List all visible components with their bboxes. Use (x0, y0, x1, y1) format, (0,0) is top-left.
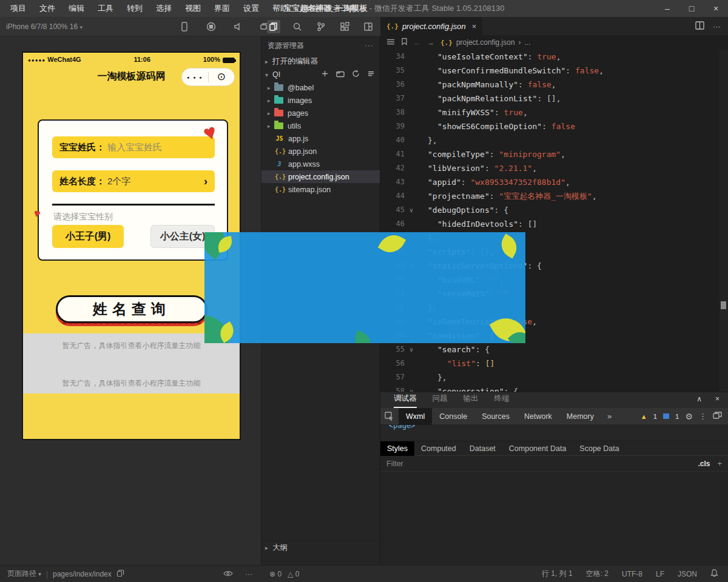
exit-target-icon[interactable]: ⊙ (209, 69, 235, 85)
cursor-position[interactable]: 行 1, 列 1 (542, 569, 573, 579)
refresh-icon[interactable] (352, 70, 360, 79)
menu-item[interactable]: 转到 (121, 3, 148, 14)
more-tabs-icon[interactable]: » (601, 412, 618, 421)
menu-item[interactable]: 视图 (180, 3, 206, 14)
devtools-tab[interactable]: Memory (559, 408, 601, 425)
styles-tab[interactable]: Computed (414, 441, 463, 456)
nav-back-icon[interactable]: ← (414, 38, 421, 47)
devtools-tab[interactable]: Console (432, 408, 474, 425)
indent-setting[interactable]: 空格: 2 (586, 569, 608, 579)
file-item[interactable]: {.}project.config.json (261, 170, 380, 183)
search-icon[interactable] (291, 20, 304, 33)
mute-icon[interactable] (231, 20, 244, 33)
file-item[interactable]: ▸pages (261, 107, 380, 119)
male-button[interactable]: 小王子(男) (52, 225, 124, 248)
panel-collapse-icon[interactable]: ∧ (696, 395, 702, 403)
maximize-button[interactable]: □ (679, 0, 704, 17)
file-item[interactable]: ▸images (261, 94, 380, 107)
menu-item[interactable]: 工具 (92, 3, 119, 14)
scrollbar-thumb[interactable] (721, 301, 726, 309)
debugger-panel-tab[interactable]: 问题 (433, 393, 448, 408)
bookmark-icon[interactable] (401, 38, 408, 47)
minimize-button[interactable]: – (655, 0, 679, 17)
name-query-button[interactable]: 姓名查询 (56, 295, 207, 323)
device-selector[interactable]: iPhone 6/7/8 100% 16 ▾ (0, 22, 83, 31)
styles-tab[interactable]: Styles (380, 441, 414, 456)
dock-icon[interactable] (713, 412, 722, 421)
menu-item[interactable]: 编辑 (63, 3, 90, 14)
file-item[interactable]: ▸utils (261, 119, 380, 132)
close-button[interactable]: × (704, 0, 728, 17)
split-editor-icon[interactable] (695, 21, 704, 32)
open-editors-section[interactable]: ▸打开的编辑器 (261, 55, 380, 68)
eye-icon[interactable] (223, 570, 233, 578)
file-item[interactable]: ▸@babel (261, 81, 380, 94)
wxml-page-node[interactable]: <page> (389, 425, 415, 430)
menu-item[interactable]: 项目 (5, 3, 32, 14)
rotate-device-icon[interactable] (178, 20, 191, 33)
debugger-panel-tab[interactable]: 调试器 (394, 393, 417, 408)
file-item[interactable]: JSapp.js (261, 132, 380, 145)
menu-item[interactable]: 设置 (238, 3, 265, 14)
project-root-folder[interactable]: ▾QI (261, 68, 380, 81)
add-style-icon[interactable]: + (717, 459, 722, 468)
wxml-tree[interactable]: <page> (380, 425, 728, 441)
problems-indicator[interactable]: ⊗ 0 △ 0 (261, 570, 380, 578)
menu-item[interactable]: 界面 (209, 3, 235, 14)
menu-item[interactable]: 选择 (150, 3, 177, 14)
extensions-icon[interactable] (338, 20, 351, 33)
fold-chevron-icon[interactable]: ∨ (405, 203, 418, 217)
styles-tab[interactable]: Scope Data (573, 441, 625, 456)
page-path-value[interactable]: pages/index/index (53, 570, 112, 578)
eol-setting[interactable]: LF (656, 570, 664, 578)
breadcrumb-more[interactable]: ... (525, 38, 531, 47)
list-icon[interactable] (386, 38, 395, 47)
surname-input[interactable]: 宝宝姓氏： 输入宝宝姓氏 (52, 136, 215, 158)
copy-icon[interactable] (116, 569, 124, 579)
devtools-tab[interactable]: Wxml (399, 408, 432, 425)
new-folder-icon[interactable] (336, 70, 345, 79)
editor-scrollbar[interactable] (720, 50, 728, 392)
new-file-icon[interactable] (321, 70, 329, 79)
filter-input[interactable]: Filter (386, 460, 698, 468)
inspect-element-icon[interactable] (380, 412, 399, 421)
debugger-panel-tab[interactable]: 终端 (494, 393, 510, 408)
statusbar-more-icon[interactable]: ··· (245, 570, 252, 578)
fold-chevron-icon[interactable]: ∨ (405, 343, 418, 356)
file-item[interactable]: 3app.wxss (261, 158, 380, 170)
devtools-tab[interactable]: Network (517, 408, 559, 425)
devtools-tab[interactable]: Sources (474, 408, 517, 425)
devtools-more-icon[interactable]: ⋮ (699, 412, 707, 421)
tab-project-config[interactable]: {.} project.config.json × (380, 17, 482, 35)
styles-tab[interactable]: Component Data (502, 441, 573, 456)
editor-more-icon[interactable]: ··· (713, 22, 721, 31)
file-item[interactable]: {.}sitemap.json (261, 183, 380, 196)
language-mode[interactable]: JSON (678, 570, 697, 578)
panel-close-icon[interactable]: × (715, 395, 720, 403)
encoding-setting[interactable]: UTF-8 (622, 570, 642, 578)
collapse-all-icon[interactable] (367, 70, 375, 79)
bell-icon[interactable] (710, 569, 718, 579)
explorer-activity-icon[interactable] (267, 20, 280, 33)
styles-tab[interactable]: Dataset (463, 441, 502, 456)
close-tab-icon[interactable]: × (472, 22, 477, 31)
record-icon[interactable] (204, 20, 218, 33)
message-icon[interactable] (663, 413, 669, 419)
outline-section[interactable]: ▸大纲 (261, 541, 380, 554)
more-menu-icon[interactable]: ● ● ● (182, 75, 208, 79)
git-branch-icon[interactable] (314, 20, 328, 33)
page-path-dropdown[interactable]: 页面路径 ▾ (7, 569, 41, 579)
debugger-panel-tab[interactable]: 输出 (463, 393, 479, 408)
name-length-picker[interactable]: 姓名长度： 2个字 › (52, 170, 215, 192)
settings-gear-icon[interactable]: ⚙ (685, 412, 693, 421)
capsule-menu[interactable]: ● ● ● ⊙ (181, 68, 235, 86)
file-item[interactable]: {.}app.json (261, 145, 380, 158)
warning-icon[interactable]: ▲ (641, 413, 647, 420)
editor-layout-icon[interactable] (362, 20, 375, 33)
menu-item[interactable]: 文件 (34, 3, 61, 14)
more-actions-icon[interactable]: ··· (365, 41, 374, 50)
cls-toggle[interactable]: .cls (698, 460, 710, 468)
breadcrumb-file[interactable]: project.config.json (456, 38, 515, 47)
nav-forward-icon[interactable]: → (427, 38, 434, 47)
fold-chevron-icon[interactable]: ∨ (405, 384, 418, 392)
